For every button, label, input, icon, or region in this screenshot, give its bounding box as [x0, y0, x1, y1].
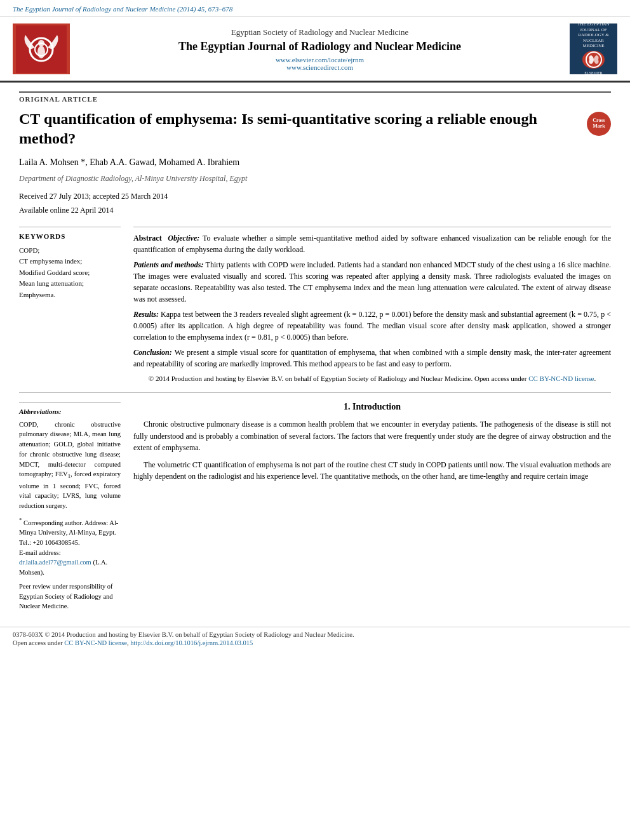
introduction-title: 1. Introduction [133, 402, 611, 412]
logo-right-text-top: THE EGYPTIAN JOURNAL OF RADIOLOGY & NUCL… [572, 22, 615, 48]
abstract-patients: Patients and methods: Thirty patients wi… [133, 259, 611, 305]
intro-paragraph2: The volumetric CT quantification of emph… [133, 459, 611, 483]
open-access-text: Open access under [13, 639, 63, 646]
cc-license-link[interactable]: CC BY-NC-ND license [528, 375, 594, 382]
main-content: ORIGINAL ARTICLE CrossMark CT quantifica… [0, 83, 630, 620]
website2-link[interactable]: www.sciencedirect.com [77, 63, 562, 71]
keyword-ct-index: CT emphysema index; [19, 256, 121, 267]
abbrev-border: Abbreviations: COPD, chronic obstructive… [19, 402, 121, 611]
journal-logo-right: THE EGYPTIAN JOURNAL OF RADIOLOGY & NUCL… [570, 23, 617, 74]
abbreviations-title: Abbreviations: [19, 406, 121, 417]
abstract-copyright: © 2014 Production and hosting by Elsevie… [133, 373, 611, 384]
available-date: Available online 22 April 2014 [19, 204, 611, 218]
article-title: CT quantification of emphysema: Is semi-… [19, 109, 611, 149]
journal-citation-link[interactable]: The Egyptian Journal of Radiology and Nu… [13, 5, 232, 13]
keywords-column: KEYWORDS COPD; CT emphysema index; Modif… [19, 227, 121, 384]
keyword-goddard: Modified Goddard score; [19, 267, 121, 279]
logo-right-text-bottom: ELSEVIER [584, 71, 602, 76]
page: The Egyptian Journal of Radiology and Nu… [0, 0, 630, 840]
svg-point-3 [37, 46, 45, 58]
bottom-doi-link[interactable]: http://dx.doi.org/10.1016/j.ejrnm.2014.0… [130, 639, 253, 646]
introduction-text-column: 1. Introduction Chronic obstructive pulm… [133, 402, 611, 611]
bottom-issn: 0378-603X © 2014 Production and hosting … [13, 631, 617, 638]
keyword-mla: Mean lung attenuation; [19, 278, 121, 290]
patients-label: Patients and methods: [133, 260, 206, 269]
abbreviations-column: Abbreviations: COPD, chronic obstructive… [19, 402, 121, 611]
journal-title-header: The Egyptian Journal of Radiology and Nu… [77, 40, 562, 53]
peer-review-text: Peer review under responsibility of Egyp… [19, 582, 121, 611]
top-bar: The Egyptian Journal of Radiology and Nu… [0, 0, 630, 17]
introduction-body: Chronic obstructive pulmonary disease is… [133, 418, 611, 483]
bottom-bar: 0378-603X © 2014 Production and hosting … [0, 627, 630, 650]
svg-point-4 [38, 40, 44, 46]
abstract-main-label: Abstract [133, 234, 168, 243]
keyword-copd: COPD; [19, 245, 121, 257]
objective-text: To evaluate whether a simple semi-quanti… [133, 234, 611, 254]
journal-header: Egyptian Society of Radiology and Nuclea… [0, 17, 630, 83]
email-link[interactable]: dr.laila.adel77@gmail.com [19, 559, 91, 566]
affiliation: Department of Diagnostic Radiology, Al-M… [19, 174, 611, 183]
abstract-column: Abstract Objective: To evaluate whether … [133, 227, 611, 384]
crossmark-circle: CrossMark [587, 112, 611, 136]
intro-paragraph1: Chronic obstructive pulmonary disease is… [133, 418, 611, 454]
bottom-cc-link[interactable]: CC BY-NC-ND license [64, 639, 127, 646]
title-area: CrossMark CT quantification of emphysema… [19, 109, 611, 149]
results-label: Results: [133, 310, 161, 319]
received-date: Received 27 July 2013; accepted 25 March… [19, 190, 611, 204]
journal-logo-left [13, 23, 70, 74]
objective-label: Objective: [168, 234, 203, 243]
bottom-issn-text: 0378-603X © 2014 Production and hosting … [13, 631, 354, 638]
dates: Received 27 July 2013; accepted 25 March… [19, 190, 611, 217]
society-name: Egyptian Society of Radiology and Nuclea… [77, 27, 562, 37]
abstract-objective: Abstract Objective: To evaluate whether … [133, 232, 611, 255]
section-divider [19, 392, 611, 393]
author-names: Laila A. Mohsen *, Ehab A.A. Gawad, Moha… [19, 157, 239, 167]
abstract-conclusion: Conclusion: We present a simple visual s… [133, 347, 611, 370]
introduction-section: Abbreviations: COPD, chronic obstructive… [19, 402, 611, 611]
abstract-section: KEYWORDS COPD; CT emphysema index; Modif… [19, 227, 611, 384]
results-text: Kappa test between the 3 readers reveale… [133, 310, 611, 342]
abbreviations-text: COPD, chronic obstructive pulmonary dise… [19, 420, 121, 511]
patients-text: Thirty patients with COPD were included.… [133, 260, 611, 303]
keywords-title: KEYWORDS [19, 232, 121, 240]
abstract-results: Results: Kappa test between the 3 reader… [133, 309, 611, 343]
conclusion-label: Conclusion: [133, 348, 175, 357]
section-label: ORIGINAL ARTICLE [19, 91, 611, 103]
copyright-text: © 2014 Production and hosting by Elsevie… [149, 375, 527, 382]
conclusion-text: We present a simple visual score for qua… [133, 348, 611, 368]
crossmark-badge: CrossMark [587, 112, 611, 136]
corresponding-author: * Corresponding author. Address: Al-Miny… [19, 516, 121, 578]
bottom-open-access: Open access under CC BY-NC-ND license, h… [13, 639, 617, 646]
keyword-emphysema: Emphysema. [19, 290, 121, 301]
journal-links: www.elsevier.com/locate/ejrnm www.scienc… [77, 56, 562, 71]
authors: Laila A. Mohsen *, Ehab A.A. Gawad, Moha… [19, 157, 611, 168]
logo-right-circle [582, 51, 605, 69]
journal-center-text: Egyptian Society of Radiology and Nuclea… [77, 27, 562, 71]
website1-link[interactable]: www.elsevier.com/locate/ejrnm [77, 56, 562, 63]
